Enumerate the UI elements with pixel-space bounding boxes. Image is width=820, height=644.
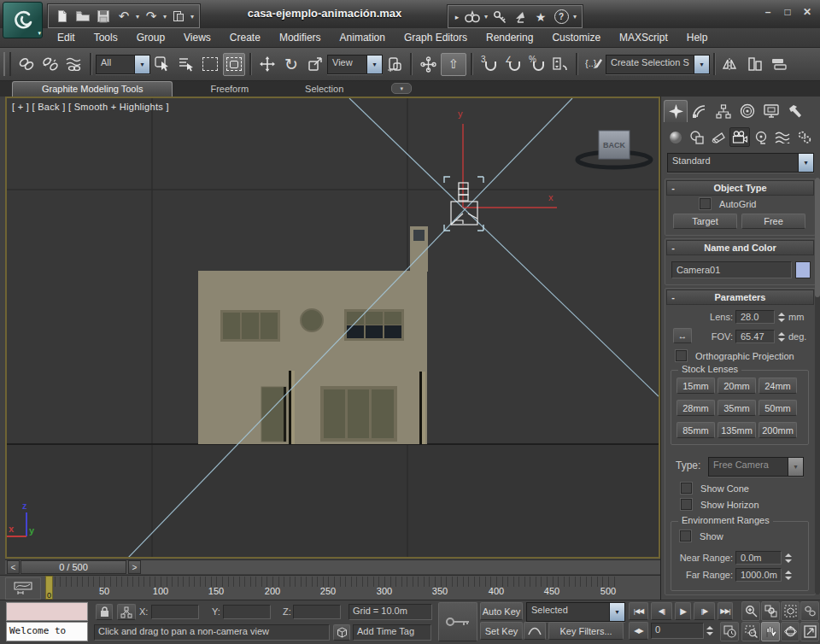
select-and-link-icon[interactable]: [15, 53, 38, 76]
combo-arrow-icon[interactable]: ▾: [366, 56, 382, 73]
use-pivot-point-icon[interactable]: [384, 53, 406, 76]
open-file-button[interactable]: [73, 7, 93, 26]
house-model[interactable]: [198, 226, 428, 444]
key-filters-button[interactable]: Key Filters...: [548, 622, 624, 640]
next-frame-button[interactable]: ||▶: [694, 602, 715, 620]
manage-layers-icon[interactable]: [768, 53, 790, 76]
add-time-tag[interactable]: Add Time Tag: [353, 624, 431, 641]
menu-modifiers[interactable]: Modifiers: [270, 29, 331, 46]
lens-spinner[interactable]: [777, 310, 786, 324]
next-frame-arrow[interactable]: >: [128, 560, 141, 574]
orthographic-checkbox[interactable]: [676, 350, 687, 361]
z-coordinate-field[interactable]: [293, 605, 341, 619]
object-type-header[interactable]: - Object Type: [666, 180, 814, 196]
close-button[interactable]: ✕: [801, 6, 813, 18]
default-in-out-tangents-button[interactable]: [524, 622, 546, 640]
show-horizon-checkbox[interactable]: [681, 499, 692, 510]
orbit-camera-button[interactable]: [781, 622, 800, 641]
lens-200mm-button[interactable]: 200mm: [758, 422, 797, 438]
viewport-label[interactable]: [ + ] [ Back ] [ Smooth + Highlights ]: [12, 102, 169, 112]
select-and-move-icon[interactable]: [256, 53, 278, 76]
select-and-rotate-icon[interactable]: ↻: [280, 53, 302, 76]
tab-motion[interactable]: [735, 100, 759, 122]
category-helpers[interactable]: [751, 127, 771, 147]
redo-dropdown-caret[interactable]: ▾: [161, 13, 168, 20]
ribbon-tab-selection[interactable]: Selection: [291, 82, 357, 97]
camera-type-combo[interactable]: Free Camera ▾: [708, 457, 804, 477]
menu-graph-editors[interactable]: Graph Editors: [395, 29, 477, 46]
tab-utilities[interactable]: [783, 100, 807, 122]
maxscript-mini-listener[interactable]: Welcome to: [6, 622, 88, 641]
select-and-scale-icon[interactable]: [304, 53, 326, 76]
parameters-header[interactable]: - Parameters: [666, 290, 814, 305]
fov-spinner[interactable]: [777, 330, 786, 343]
toolbar-grip[interactable]: [3, 52, 11, 76]
menu-group[interactable]: Group: [127, 29, 174, 46]
fov-direction-button[interactable]: ↔: [673, 328, 692, 343]
near-range-field[interactable]: 0.0m: [735, 551, 782, 565]
lens-20mm-button[interactable]: 20mm: [718, 378, 756, 394]
reference-coordinate-system-combo[interactable]: View ▾: [327, 55, 383, 74]
combo-arrow-icon[interactable]: ▾: [798, 154, 813, 172]
free-camera-button[interactable]: Free: [741, 214, 805, 229]
lens-85mm-button[interactable]: 85mm: [676, 422, 715, 438]
object-name-field[interactable]: Camera01: [671, 261, 792, 278]
isolate-selection-toggle[interactable]: [333, 624, 350, 641]
category-geometry[interactable]: [665, 127, 686, 147]
mirror-icon[interactable]: [720, 53, 742, 76]
keyboard-shortcut-override-toggle[interactable]: ⇧: [441, 53, 466, 76]
menu-maxscript[interactable]: MAXScript: [610, 29, 677, 46]
name-color-header[interactable]: - Name and Color: [666, 240, 814, 255]
set-keys-button[interactable]: [438, 602, 477, 641]
ribbon-tab-graphite[interactable]: Graphite Modeling Tools: [12, 81, 173, 97]
tab-display[interactable]: [759, 100, 783, 122]
category-lights[interactable]: [708, 127, 729, 147]
play-animation-button[interactable]: ▶: [675, 602, 691, 620]
combo-arrow-icon[interactable]: ▾: [694, 56, 709, 73]
category-systems[interactable]: [794, 127, 814, 147]
y-coordinate-field[interactable]: [223, 605, 271, 619]
minimize-button[interactable]: –: [762, 6, 774, 18]
viewcube[interactable]: BACK: [577, 131, 651, 167]
field-of-view-region-zoom-button[interactable]: [741, 622, 760, 641]
current-frame-marker[interactable]: 0: [45, 576, 53, 600]
communication-satellite-icon[interactable]: [510, 8, 530, 26]
auto-key-button[interactable]: Auto Key: [480, 602, 523, 620]
rectangular-selection-region-icon[interactable]: [199, 53, 221, 76]
help-icon[interactable]: ?: [551, 8, 571, 26]
panel-scrollbar[interactable]: [815, 178, 820, 594]
zoom-all-button[interactable]: [761, 601, 780, 621]
project-dropdown-caret[interactable]: ▾: [189, 13, 196, 20]
unlink-selection-icon[interactable]: [39, 53, 62, 76]
tab-hierarchy[interactable]: [712, 100, 735, 122]
fov-field[interactable]: 65.47: [735, 330, 775, 343]
edit-named-selection-sets-icon[interactable]: {..}: [583, 53, 605, 76]
viewport-back[interactable]: y x z x y: [5, 97, 660, 559]
spinner-snap-toggle-icon[interactable]: [549, 53, 571, 76]
key-mode-toggle[interactable]: ◀▶: [629, 622, 648, 640]
scrollbar-thumb[interactable]: [815, 178, 820, 297]
pan-view-button[interactable]: [761, 622, 780, 641]
align-icon[interactable]: [744, 53, 766, 76]
track-bar[interactable]: 50 100 150 200 250 300 350 400 450 500 0: [0, 575, 660, 600]
undo-button[interactable]: ↶: [114, 7, 134, 26]
time-slider-field[interactable]: 0 / 500: [20, 560, 126, 574]
search-caret[interactable]: ▾: [483, 13, 489, 20]
menu-views[interactable]: Views: [174, 29, 220, 46]
zoom-extents-all-button[interactable]: [800, 601, 819, 621]
tab-modify[interactable]: [688, 100, 712, 122]
key-icon[interactable]: [489, 8, 510, 26]
undo-dropdown-caret[interactable]: ▾: [134, 13, 141, 20]
redo-button[interactable]: ↷: [141, 7, 161, 26]
application-menu-button[interactable]: ▾: [3, 2, 43, 38]
open-mini-curve-editor-button[interactable]: [5, 577, 41, 600]
select-by-name-icon[interactable]: [175, 53, 197, 76]
expand-toolbar-icon[interactable]: ▸: [452, 8, 462, 26]
menu-create[interactable]: Create: [220, 29, 270, 46]
combo-arrow-icon[interactable]: ▾: [134, 56, 149, 73]
autogrid-checkbox[interactable]: [700, 198, 711, 209]
target-camera-button[interactable]: Target: [673, 214, 737, 229]
named-selection-sets-combo[interactable]: Create Selection S ▾: [606, 55, 710, 74]
zoom-button[interactable]: [741, 601, 760, 621]
ribbon-tab-freeform[interactable]: Freeform: [196, 82, 262, 97]
